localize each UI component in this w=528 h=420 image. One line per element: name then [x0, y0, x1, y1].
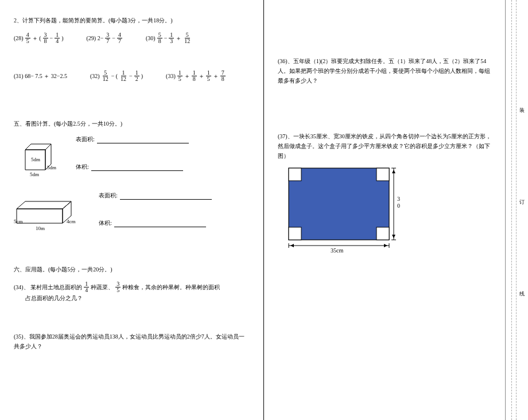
section-5-title: 五、看图计算。(每小题2.5分，一共10分。)	[14, 119, 250, 129]
cube-figure-row: 5dm 5dm 5dm 表面积: 体积:	[14, 135, 250, 181]
svg-rect-9	[289, 227, 301, 240]
svg-marker-14	[392, 170, 395, 173]
frac: 112	[119, 70, 127, 82]
problem-32: (32) 512 − ( 112 − 12 )	[90, 70, 143, 82]
frac: 13	[169, 32, 174, 44]
binding-dotted-line-2	[516, 0, 517, 420]
cube-answers: 表面积: 体积:	[76, 135, 189, 181]
prism-h: 5cm	[14, 219, 23, 224]
prism-w: 4cm	[67, 219, 76, 224]
svg-rect-8	[376, 168, 389, 181]
frac: 35	[115, 281, 121, 293]
prism-surface-line: 表面积:	[99, 192, 212, 200]
frac: 15	[206, 70, 211, 82]
problem-row-2: (31) 68− 7.5 ＋ 32−2.5 (32) 512 − ( 112 −…	[14, 70, 250, 82]
frac: 78	[220, 70, 226, 82]
binding-margin: 装 订 线	[505, 0, 528, 420]
answer-underline	[120, 194, 212, 200]
frac: 512	[183, 32, 191, 44]
question-34: (34)、 某村用土地总面积的 14 种蔬菜、 35 种粮食，其余的种果树。种果…	[14, 281, 250, 303]
frac: 512	[102, 70, 110, 82]
right-column: (36)、五年级（1)(2）班要完成大扫除任务。五（1）班来了48人，五（2）班…	[264, 0, 505, 420]
frac: 38	[43, 32, 48, 44]
problem-row-1: (28) 45 ＋ ( 38 − 14 ) (29) 2− 37 − 47 (3…	[14, 32, 250, 44]
svg-rect-7	[289, 168, 301, 181]
svg-marker-20	[290, 244, 294, 247]
problem-30: (30) 58 − 13 ＋ 512	[146, 32, 192, 44]
box-width-label: 35cm	[331, 247, 343, 254]
binding-dotted-line	[511, 0, 512, 420]
cube-figure: 5dm 5dm 5dm	[14, 138, 60, 178]
svg-rect-6	[289, 168, 389, 240]
problem-31: (31) 68− 7.5 ＋ 32−2.5	[14, 72, 67, 80]
frac: 37	[105, 32, 110, 44]
prism-figure-row: 5cm 4cm 10m 表面积: 体积:	[14, 192, 250, 238]
section-6-title: 六、应用题。(每小题5分，一共20分。)	[14, 265, 250, 274]
problem-29: (29) 2− 37 − 47	[87, 32, 123, 44]
cube-dim-right: 5dm	[47, 165, 56, 170]
section-2-title: 2、计算下列各题，能简算的要简算。(每小题3分，一共18分。)	[14, 16, 250, 25]
frac: 14	[84, 281, 89, 293]
frac: 47	[117, 32, 122, 44]
svg-text:0: 0	[397, 203, 400, 209]
cube-dim-bottom: 5dm	[30, 172, 39, 177]
box-height-label: 3	[397, 196, 400, 202]
page-container: 2、计算下列各题，能简算的要简算。(每小题3分，一共18分。) (28) 45 …	[0, 0, 528, 420]
answer-underline	[97, 138, 189, 143]
box-figure-wrap: 3 0 35cm	[286, 165, 491, 254]
left-column: 2、计算下列各题，能简算的要简算。(每小题3分，一共18分。) (28) 45 …	[0, 0, 264, 420]
question-37: (37)、一块长35厘米、宽30厘米的铁皮，从四个角各切掉一个边长为5厘米的正方…	[278, 131, 491, 254]
frac: 12	[134, 70, 139, 82]
answer-underline	[114, 221, 206, 227]
cube-dim-inner: 5dm	[31, 157, 40, 162]
svg-marker-4	[17, 201, 71, 209]
problem-28: (28) 45 ＋ ( 38 − 14 )	[14, 32, 64, 44]
frac: 18	[192, 70, 197, 82]
svg-marker-1	[25, 144, 51, 150]
svg-marker-3	[17, 209, 63, 223]
question-35: (35)、我国参加28届奥运会的男运动员138人，女运动员比男运动员的2倍少7人…	[14, 332, 250, 351]
problem-33: (33) 15 ＋ 18 ＋ 15 ＋ 78	[166, 70, 226, 82]
box-figure: 3 0 35cm	[286, 165, 412, 254]
prism-answers: 表面积: 体积:	[99, 192, 212, 238]
prism-l: 10m	[36, 225, 45, 231]
frac: 58	[157, 32, 162, 44]
frac: 14	[55, 32, 60, 44]
svg-marker-15	[392, 235, 395, 238]
svg-rect-10	[376, 227, 389, 240]
prism-figure: 5cm 4cm 10m	[14, 195, 83, 235]
svg-marker-21	[384, 244, 387, 247]
question-36: (36)、五年级（1)(2）班要完成大扫除任务。五（1）班来了48人，五（2）班…	[278, 56, 491, 85]
prism-volume-line: 体积:	[99, 219, 212, 227]
cube-surface-line: 表面积:	[76, 135, 189, 143]
cube-volume-line: 体积:	[76, 163, 189, 171]
answer-underline	[91, 165, 183, 171]
frac: 45	[25, 32, 30, 44]
frac: 15	[177, 70, 183, 82]
